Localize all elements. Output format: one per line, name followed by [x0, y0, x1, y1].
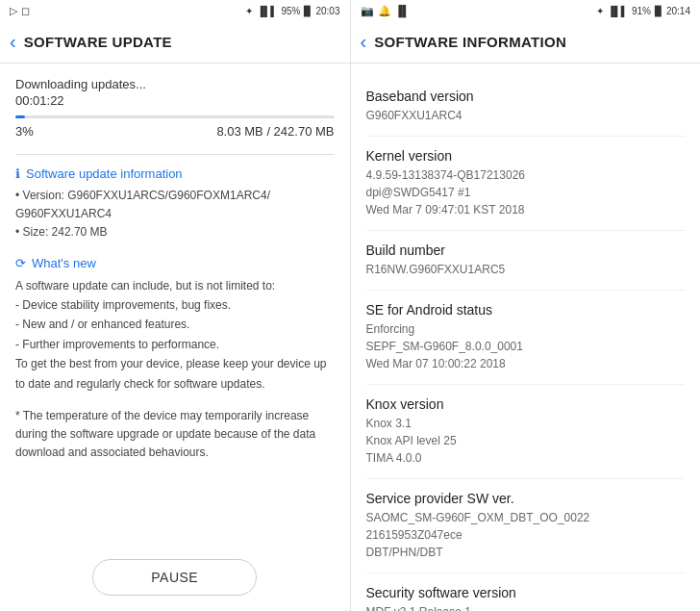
time-right: 20:14	[666, 6, 690, 16]
left-status-right: ✦ ▐▌▌ 95% ▉ 20:03	[245, 6, 339, 16]
pause-button[interactable]: PAUSE	[92, 559, 257, 596]
left-status-bar: ▷ ◻ ✦ ▐▌▌ 95% ▉ 20:03	[0, 0, 350, 21]
left-status-icons: ▷ ◻	[10, 5, 30, 17]
right-status-right: ✦ ▐▌▌ 91% ▉ 20:14	[596, 6, 690, 16]
right-status-icons: 📷 🔔 ▐▌	[361, 5, 411, 17]
info-item: Baseband versionG960FXXU1ARC4	[366, 77, 686, 137]
whats-new-section: ⟳ What's new A software update can inclu…	[15, 256, 335, 394]
bluetooth-icon: ✦	[245, 6, 253, 16]
left-content: Downloading updates... 00:01:22 3% 8.03 …	[0, 64, 350, 549]
info-item-value: Enforcing SEPF_SM-G960F_8.0.0_0001 Wed M…	[366, 320, 686, 372]
info-item-value: G960FXXU1ARC4	[366, 107, 686, 124]
right-header: ‹ SOFTWARE INFORMATION	[351, 21, 701, 64]
info-item-label: Service provider SW ver.	[366, 491, 686, 506]
left-title: SOFTWARE UPDATE	[24, 34, 172, 50]
whats-new-title: ⟳ What's new	[15, 256, 335, 270]
info-item: Knox versionKnox 3.1 Knox API level 25 T…	[366, 385, 686, 479]
whats-new-content: A software update can include, but is no…	[15, 276, 335, 394]
refresh-icon: ⟳	[15, 256, 26, 270]
battery-percent: 95%	[281, 6, 300, 16]
info-item-value: 4.9.59-13138374-QB17213026 dpi@SWDG5417 …	[366, 166, 686, 218]
info-item-label: Knox version	[366, 396, 686, 412]
right-title: SOFTWARE INFORMATION	[374, 34, 566, 50]
software-info-content: • Version: G960FXXU1ARCS/G960FOXM1ARC4/ …	[15, 187, 335, 242]
info-item-value: MDF v3.1 Release 1 WLAN v1.0 Release 1 V…	[366, 603, 686, 611]
pause-button-container: PAUSE	[0, 549, 350, 611]
battery-icon: ▉	[304, 6, 312, 16]
info-circle-icon: ℹ	[15, 166, 20, 181]
right-content: Baseband versionG960FXXU1ARC4Kernel vers…	[351, 64, 701, 611]
signal-icon: ▐▌▌	[257, 6, 277, 16]
left-header: ‹ SOFTWARE UPDATE	[0, 21, 350, 64]
info-item: SE for Android statusEnforcing SEPF_SM-G…	[366, 291, 686, 385]
temperature-note: * The temperature of the device may temp…	[15, 407, 335, 463]
battery-icon-right: ▉	[655, 6, 662, 16]
info-item: Kernel version4.9.59-13138374-QB17213026…	[366, 137, 686, 231]
progress-bar-container	[15, 115, 335, 118]
left-panel: ▷ ◻ ✦ ▐▌▌ 95% ▉ 20:03 ‹ SOFTWARE UPDATE …	[0, 0, 351, 611]
play-icon: ▷	[10, 5, 17, 17]
battery-percent-right: 91%	[632, 6, 651, 16]
right-panel: 📷 🔔 ▐▌ ✦ ▐▌▌ 91% ▉ 20:14 ‹ SOFTWARE INFO…	[351, 0, 701, 611]
bell-icon: 🔔	[378, 5, 391, 17]
info-item-value: Knox 3.1 Knox API level 25 TIMA 4.0.0	[366, 415, 686, 467]
signal-icon-right2: ▐▌▌	[608, 6, 628, 16]
download-time: 00:01:22	[15, 93, 335, 108]
time-left: 20:03	[315, 6, 339, 16]
info-item: Service provider SW ver.SAOMC_SM-G960F_O…	[366, 479, 686, 573]
camera-icon: 📷	[361, 5, 374, 17]
signal-icon-right: ▐▌	[395, 5, 411, 16]
download-status-text: Downloading updates...	[15, 77, 335, 91]
progress-size: 8.03 MB / 242.70 MB	[216, 124, 334, 139]
info-item-value: R16NW.G960FXXU1ARC5	[366, 261, 686, 278]
divider-1	[15, 154, 335, 155]
info-item-label: SE for Android status	[366, 302, 686, 318]
info-item-value: SAOMC_SM-G960F_OXM_DBT_OO_0022 21615953Z…	[366, 509, 686, 561]
progress-info: 3% 8.03 MB / 242.70 MB	[15, 124, 335, 139]
progress-bar-fill	[15, 115, 25, 118]
software-info-section: ℹ Software update information • Version:…	[15, 166, 335, 242]
info-item-label: Kernel version	[366, 148, 686, 164]
software-info-title: ℹ Software update information	[15, 166, 335, 181]
info-item-label: Build number	[366, 242, 686, 258]
back-button-right[interactable]: ‹	[361, 31, 367, 53]
back-button-left[interactable]: ‹	[10, 31, 16, 53]
bluetooth-icon-right: ✦	[596, 6, 604, 16]
progress-percent: 3%	[15, 124, 34, 139]
right-status-bar: 📷 🔔 ▐▌ ✦ ▐▌▌ 91% ▉ 20:14	[351, 0, 701, 21]
square-icon: ◻	[21, 5, 30, 17]
info-item-label: Baseband version	[366, 89, 686, 104]
info-item: Build numberR16NW.G960FXXU1ARC5	[366, 231, 686, 291]
info-item-label: Security software version	[366, 585, 686, 600]
info-item: Security software versionMDF v3.1 Releas…	[366, 573, 686, 611]
